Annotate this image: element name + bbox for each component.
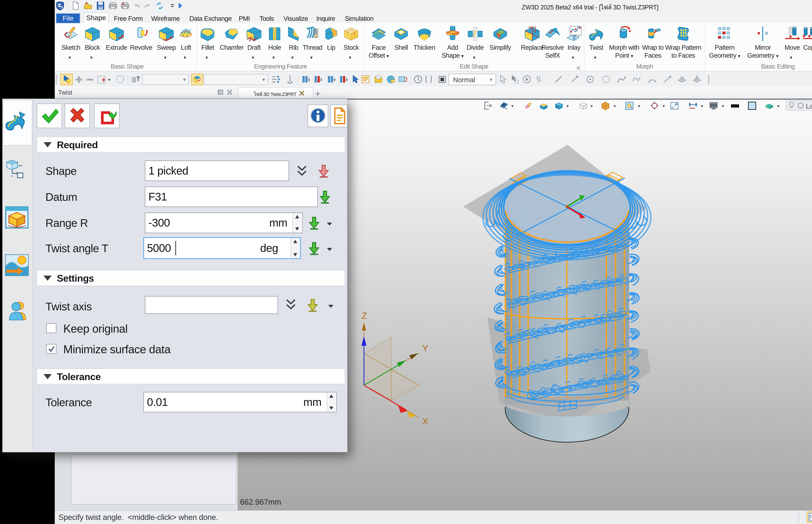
svg-text:X: X — [422, 416, 428, 426]
svg-text:Z: Z — [361, 311, 367, 321]
svg-text:Y: Y — [422, 343, 428, 353]
